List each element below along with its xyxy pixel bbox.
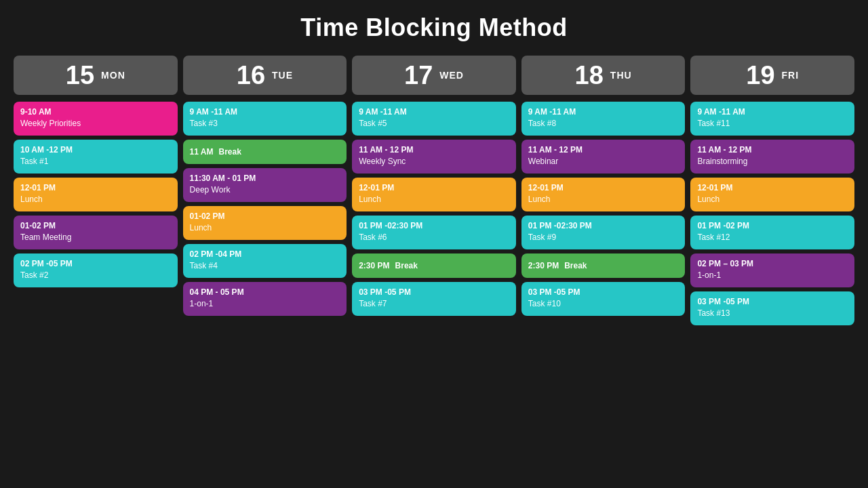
day-column-fri: 19FRI9 AM -11 AMTask #1111 AM - 12 PMBra…	[690, 56, 854, 325]
event-time: 9 AM -11 AM	[528, 107, 679, 117]
event-time: 12-01 PM	[528, 183, 679, 192]
event-title: Task #7	[359, 299, 509, 308]
event-block-0-1[interactable]: 10 AM -12 PMTask #1	[14, 140, 178, 174]
event-title: 1-on-1	[697, 270, 848, 280]
event-block-1-0[interactable]: 9 AM -11 AMTask #3	[183, 102, 347, 136]
event-time: 12-01 PM	[697, 183, 848, 192]
event-title: Task #10	[528, 299, 679, 308]
day-column-wed: 17WED9 AM -11 AMTask #511 AM - 12 PMWeek…	[352, 56, 516, 325]
event-block-0-0[interactable]: 9-10 AMWeekly Priorities	[14, 102, 178, 136]
event-title: Task #1	[20, 157, 171, 166]
event-title: Brainstorming	[697, 157, 848, 166]
event-block-3-1[interactable]: 11 AM - 12 PMWebinar	[521, 140, 686, 174]
event-title: Task #2	[20, 270, 171, 280]
event-time: 02 PM -05 PM	[20, 259, 171, 268]
event-block-3-4[interactable]: 2:30 PMBreak	[521, 253, 686, 278]
event-title: 1-on-1	[190, 299, 340, 308]
event-title: Lunch	[528, 195, 679, 204]
event-title: Lunch	[359, 195, 509, 204]
day-column-thu: 18THU9 AM -11 AMTask #811 AM - 12 PMWebi…	[521, 56, 686, 325]
event-time: 11 AM - 12 PM	[697, 145, 848, 155]
event-title: Task #5	[359, 119, 509, 128]
day-number: 17	[404, 62, 433, 88]
event-block-0-2[interactable]: 12-01 PMLunch	[14, 178, 178, 211]
event-time: 11 AM - 12 PM	[359, 145, 509, 155]
event-title: Lunch	[20, 195, 171, 204]
page-title: Time Blocking Method	[300, 14, 567, 42]
event-title: Team Meeting	[20, 232, 171, 242]
event-time: 03 PM -05 PM	[528, 287, 679, 297]
event-title: Break	[219, 147, 241, 157]
event-block-1-1[interactable]: 11 AMBreak	[183, 140, 347, 164]
event-title: Task #12	[697, 232, 848, 242]
event-block-0-3[interactable]: 01-02 PMTeam Meeting	[14, 216, 178, 249]
event-block-2-0[interactable]: 9 AM -11 AMTask #5	[352, 102, 516, 136]
event-title: Weekly Sync	[359, 157, 509, 166]
event-block-4-2[interactable]: 12-01 PMLunch	[690, 178, 854, 211]
event-title: Task #9	[528, 232, 679, 242]
day-number: 15	[66, 62, 94, 88]
event-time: 11 AM	[190, 147, 214, 157]
day-name: WED	[439, 70, 464, 81]
event-time: 11 AM - 12 PM	[528, 145, 679, 155]
event-time: 01-02 PM	[20, 221, 171, 230]
event-time: 12-01 PM	[20, 183, 171, 192]
event-title: Break	[395, 261, 418, 270]
event-block-4-3[interactable]: 01 PM -02 PMTask #12	[690, 216, 854, 249]
event-block-3-0[interactable]: 9 AM -11 AMTask #8	[521, 102, 686, 136]
day-number: 19	[746, 62, 774, 88]
event-block-3-3[interactable]: 01 PM -02:30 PMTask #9	[521, 216, 686, 249]
event-block-0-4[interactable]: 02 PM -05 PMTask #2	[14, 253, 178, 287]
day-column-tue: 16TUE9 AM -11 AMTask #311 AMBreak11:30 A…	[183, 56, 347, 325]
day-name: FRI	[782, 70, 800, 81]
event-title: Break	[564, 261, 587, 270]
event-time: 03 PM -05 PM	[697, 297, 848, 306]
event-time: 04 PM - 05 PM	[190, 287, 340, 297]
event-block-3-5[interactable]: 03 PM -05 PMTask #10	[521, 282, 686, 316]
event-title: Task #3	[190, 119, 340, 128]
event-time: 03 PM -05 PM	[359, 287, 509, 297]
event-time: 2:30 PM	[359, 261, 389, 270]
day-header-tue: 16TUE	[183, 56, 347, 95]
event-title: Task #11	[697, 119, 848, 128]
day-header-fri: 19FRI	[690, 56, 854, 95]
event-block-4-1[interactable]: 11 AM - 12 PMBrainstorming	[690, 140, 854, 174]
event-title: Lunch	[697, 195, 848, 204]
event-block-4-0[interactable]: 9 AM -11 AMTask #11	[690, 102, 854, 136]
event-title: Lunch	[190, 223, 340, 232]
day-number: 18	[575, 62, 604, 88]
event-block-1-3[interactable]: 01-02 PMLunch	[183, 206, 347, 240]
event-time: 01 PM -02:30 PM	[359, 221, 509, 230]
day-header-thu: 18THU	[521, 56, 686, 95]
event-block-2-1[interactable]: 11 AM - 12 PMWeekly Sync	[352, 140, 516, 174]
event-time: 9 AM -11 AM	[697, 107, 848, 117]
event-block-4-4[interactable]: 02 PM – 03 PM1-on-1	[690, 253, 854, 287]
event-block-2-2[interactable]: 12-01 PMLunch	[352, 178, 516, 211]
event-block-1-2[interactable]: 11:30 AM - 01 PMDeep Work	[183, 168, 347, 202]
event-title: Task #4	[190, 261, 340, 270]
event-time: 9 AM -11 AM	[359, 107, 509, 117]
day-number: 16	[237, 62, 265, 88]
day-name: THU	[610, 70, 632, 81]
day-column-mon: 15MON9-10 AMWeekly Priorities10 AM -12 P…	[14, 56, 178, 325]
event-title: Deep Work	[190, 185, 340, 195]
event-time: 2:30 PM	[528, 261, 559, 270]
day-header-mon: 15MON	[14, 56, 178, 95]
event-title: Task #6	[359, 232, 509, 242]
event-time: 11:30 AM - 01 PM	[190, 174, 340, 183]
event-time: 01 PM -02 PM	[697, 221, 848, 230]
event-title: Weekly Priorities	[20, 119, 171, 128]
event-title: Task #8	[528, 119, 679, 128]
event-block-3-2[interactable]: 12-01 PMLunch	[521, 178, 686, 211]
event-title: Webinar	[528, 157, 679, 166]
event-block-1-4[interactable]: 02 PM -04 PMTask #4	[183, 244, 347, 278]
event-time: 9 AM -11 AM	[190, 107, 340, 117]
event-block-2-5[interactable]: 03 PM -05 PMTask #7	[352, 282, 516, 316]
event-time: 02 PM -04 PM	[190, 249, 340, 259]
calendar-grid: 15MON9-10 AMWeekly Priorities10 AM -12 P…	[14, 56, 854, 325]
event-time: 9-10 AM	[20, 107, 171, 117]
event-block-2-4[interactable]: 2:30 PMBreak	[352, 253, 516, 278]
event-block-2-3[interactable]: 01 PM -02:30 PMTask #6	[352, 216, 516, 249]
event-block-1-5[interactable]: 04 PM - 05 PM1-on-1	[183, 282, 347, 316]
event-block-4-5[interactable]: 03 PM -05 PMTask #13	[690, 291, 854, 325]
